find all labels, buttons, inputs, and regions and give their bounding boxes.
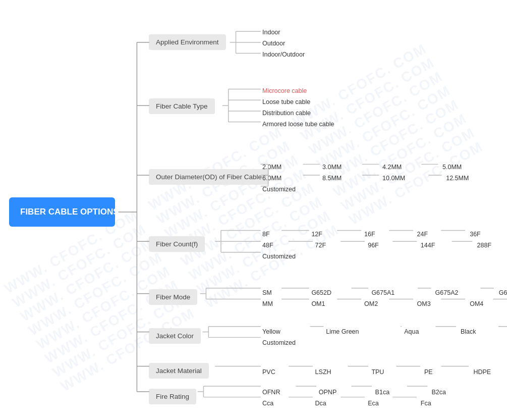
leaf-outer-diameter-r1-l1: 8.5MM: [322, 175, 342, 182]
leaf-fire-rating-r1-l3: Fca: [421, 400, 431, 407]
branch-label-fiber-mode: Fiber Mode: [149, 289, 197, 305]
branch-fire-rating: Fire Rating: [149, 389, 196, 404]
leaf-fiber-mode-r1-l4: OM4: [470, 300, 483, 307]
leaf-jacket-color-r0-l2: Aqua: [404, 328, 419, 335]
branch-label-fire-rating: Fire Rating: [149, 389, 196, 404]
leaf-fire-rating-r0-l2: B1ca: [375, 389, 390, 396]
main-container: WWW. CFOFC. COM WWW. CFOFC. COM WWW. CFO…: [0, 0, 507, 420]
leaf-fiber-count-r1-l2: 96F: [368, 242, 379, 249]
leaf-fiber-cable-type-r3-l0: Armored loose tube cable: [262, 121, 334, 128]
leaf-jacket-color-r0-l0: Yellow: [262, 328, 280, 335]
leaf-fiber-count-r2-l0: Customized: [262, 253, 296, 260]
leaf-fiber-count-r1-l1: 72F: [315, 242, 326, 249]
leaf-jacket-color-r0-l3: Black: [461, 328, 476, 335]
branch-label-jacket-material: Jacket Material: [149, 363, 209, 379]
leaf-fiber-mode-r0-l1: G652D: [311, 289, 331, 296]
leaf-fiber-mode-r1-l3: OM3: [417, 300, 431, 307]
branch-fiber-mode: Fiber Mode: [149, 289, 197, 305]
leaf-jacket-color-r1-l0: Customized: [262, 339, 296, 346]
root-label: FIBER CABLE OPTIONS: [20, 207, 119, 217]
branch-applied-env: Applied Environment: [149, 34, 226, 50]
leaf-fiber-mode-r0-l0: SM: [262, 289, 272, 296]
leaf-outer-diameter-r0-l2: 4.2MM: [382, 164, 402, 171]
leaf-outer-diameter-r0-l1: 3.0MM: [322, 164, 342, 171]
leaf-applied-env-r0-l0: Indoor: [262, 29, 280, 36]
leaf-fire-rating-r1-l2: Eca: [368, 400, 379, 407]
branch-jacket-color: Jacket Color: [149, 328, 201, 344]
leaf-fire-rating-r1-l1: Dca: [315, 400, 326, 407]
leaf-fiber-count-r0-l1: 12F: [311, 231, 322, 238]
leaf-fiber-count-r0-l3: 24F: [417, 231, 428, 238]
leaf-jacket-material-r0-l1: LSZH: [315, 369, 331, 376]
branch-label-fiber-count: Fiber Count(f): [149, 236, 205, 252]
leaf-fiber-count-r1-l4: 288F: [477, 242, 492, 249]
leaf-jacket-material-r0-l3: PE: [424, 369, 433, 376]
leaf-outer-diameter-r1-l2: 10.0MM: [382, 175, 405, 182]
branch-jacket-material: Jacket Material: [149, 363, 209, 379]
leaf-outer-diameter-r1-l3: 12.5MM: [446, 175, 469, 182]
leaf-fiber-cable-type-r2-l0: Distribution cable: [262, 110, 311, 117]
branch-label-fiber-cable-type: Fiber Cable Type: [149, 98, 215, 114]
leaf-fiber-mode-r1-l2: OM2: [364, 300, 378, 307]
leaf-jacket-material-r0-l0: PVC: [262, 369, 275, 376]
leaf-fiber-count-r0-l2: 16F: [364, 231, 375, 238]
leaf-jacket-material-r0-l2: TPU: [371, 369, 384, 376]
leaf-fiber-cable-type-r0-l0: Microcore cable: [262, 87, 307, 94]
leaf-applied-env-r2-l0: Indoor/Outdoor: [262, 51, 305, 58]
mindmap: FIBER CABLE OPTIONS Applied EnvironmentI…: [0, 5, 507, 419]
branch-label-jacket-color: Jacket Color: [149, 328, 201, 344]
branch-fiber-count: Fiber Count(f): [149, 236, 205, 252]
leaf-fire-rating-r0-l0: OFNR: [262, 389, 280, 396]
leaf-jacket-color-r0-l1: Lime Green: [326, 328, 359, 335]
leaf-fiber-count-r1-l3: 144F: [421, 242, 435, 249]
leaf-outer-diameter-r1-l0: 6.0MM: [262, 175, 281, 182]
leaf-fire-rating-r1-l0: Cca: [262, 400, 273, 407]
branch-label-outer-diameter: Outer Diameter(OD) of Fiber Cable: [149, 169, 269, 185]
branch-label-applied-env: Applied Environment: [149, 34, 226, 50]
leaf-fiber-mode-r1-l0: MM: [262, 300, 273, 307]
leaf-fiber-count-r1-l0: 48F: [262, 242, 273, 249]
leaf-fiber-mode-r1-l1: OM1: [311, 300, 325, 307]
root-node: FIBER CABLE OPTIONS: [9, 197, 115, 227]
leaf-fire-rating-r0-l1: OPNP: [319, 389, 336, 396]
leaf-fiber-count-r0-l4: 36F: [470, 231, 481, 238]
leaf-outer-diameter-r2-l0: Customized: [262, 186, 296, 193]
leaf-applied-env-r1-l0: Outdoor: [262, 40, 285, 47]
leaf-fire-rating-r0-l3: B2ca: [431, 389, 446, 396]
branch-fiber-cable-type: Fiber Cable Type: [149, 98, 215, 114]
leaf-outer-diameter-r0-l3: 5.0MM: [442, 164, 462, 171]
leaf-fiber-mode-r0-l3: G675A2: [435, 289, 459, 296]
leaf-fiber-mode-r0-l4: G657B3: [499, 289, 507, 296]
leaf-fiber-cable-type-r1-l0: Loose tube cable: [262, 98, 310, 106]
leaf-fiber-count-r0-l0: 8F: [262, 231, 270, 238]
leaf-jacket-material-r0-l4: HDPE: [473, 369, 491, 376]
leaf-outer-diameter-r0-l0: 2.0MM: [262, 164, 281, 171]
branch-outer-diameter: Outer Diameter(OD) of Fiber Cable: [149, 169, 269, 185]
leaf-fiber-mode-r0-l2: G675A1: [371, 289, 395, 296]
